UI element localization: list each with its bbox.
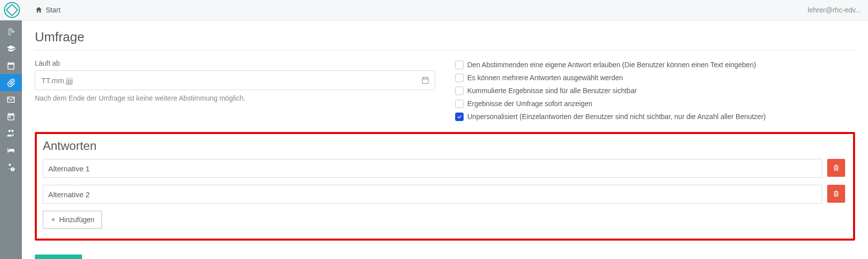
expires-input[interactable] [40, 76, 421, 85]
answer-input[interactable] [43, 185, 822, 204]
bed-icon [6, 146, 15, 155]
answer-row [43, 185, 845, 204]
option-show-results-immediately[interactable]: Ergebnisse der Umfrage sofort anzeigen [455, 99, 856, 108]
calendar-grid-icon [6, 112, 15, 121]
delete-answer-button[interactable] [827, 185, 845, 203]
topbar: Start lehrer@rhc-edv... [0, 0, 868, 20]
sidebar-item-bed[interactable] [0, 142, 22, 159]
option-allow-own-answer[interactable]: Den Abstimmenden eine eigene Antwort erl… [455, 60, 856, 69]
expires-label: Läuft ab [35, 59, 435, 67]
calendar-picker-icon[interactable] [421, 76, 430, 85]
form-actions: Speichern Zurück [35, 255, 855, 259]
sidebar-item-attachment[interactable] [0, 74, 22, 91]
envelope-icon [6, 95, 15, 104]
main-content: Umfrage Läuft ab Nach dem Ende der Umfra… [22, 20, 868, 259]
logout-icon [6, 27, 15, 36]
checkbox-icon[interactable] [455, 61, 464, 69]
divider [35, 50, 855, 50]
options-column: Den Abstimmenden eine eigene Antwort erl… [455, 59, 856, 125]
answers-title: Antworten [43, 139, 845, 153]
expires-input-wrap[interactable] [35, 70, 435, 90]
checkbox-icon[interactable] [455, 113, 464, 121]
option-label: Es können mehrere Antworten ausgewählt w… [468, 73, 623, 82]
sidebar [0, 20, 22, 259]
option-label: Den Abstimmenden eine eigene Antwort erl… [468, 60, 756, 69]
checkbox-icon[interactable] [455, 87, 464, 95]
option-label: Kummulierte Ergebnisse sind für alle Ben… [468, 86, 637, 95]
sidebar-item-schedule[interactable] [0, 108, 22, 125]
expires-hint: Nach dem Ende der Umfrage ist keine weit… [35, 94, 435, 102]
user-label[interactable]: lehrer@rhc-edv... [808, 6, 861, 14]
trash-icon [832, 190, 840, 198]
plus-icon [50, 217, 56, 223]
paperclip-icon [6, 78, 15, 87]
save-button[interactable]: Speichern [35, 255, 82, 259]
sidebar-item-help[interactable] [0, 159, 22, 176]
option-label: Unpersonalisiert (Einzelantworten der Be… [468, 112, 766, 121]
checkbox-icon[interactable] [455, 100, 464, 108]
option-unpersonalized[interactable]: Unpersonalisiert (Einzelantworten der Be… [455, 112, 856, 121]
calendar-icon [6, 61, 15, 70]
delete-answer-button[interactable] [827, 159, 845, 177]
sidebar-item-people[interactable] [0, 125, 22, 142]
breadcrumb-start[interactable]: Start [35, 6, 61, 14]
answer-input[interactable] [43, 159, 822, 178]
sidebar-item-calendar[interactable] [0, 57, 22, 74]
svg-rect-0 [422, 78, 428, 84]
people-arrows-icon [6, 129, 15, 138]
sidebar-item-education[interactable] [0, 40, 22, 57]
home-icon [35, 6, 43, 14]
trash-icon [832, 164, 840, 172]
sidebar-item-mail[interactable] [0, 91, 22, 108]
add-answer-button[interactable]: Hinzufügen [43, 211, 102, 229]
add-answer-label: Hinzufügen [59, 216, 95, 224]
graduation-cap-icon [6, 44, 15, 53]
breadcrumb-start-label: Start [46, 6, 61, 14]
answers-section: Antworten Hinzufügen [35, 132, 855, 241]
sidebar-item-logout[interactable] [0, 23, 22, 40]
checkbox-icon[interactable] [455, 74, 464, 82]
answer-row [43, 159, 845, 178]
option-cumulative-visible[interactable]: Kummulierte Ergebnisse sind für alle Ben… [455, 86, 856, 95]
app-logo [4, 2, 20, 18]
option-label: Ergebnisse der Umfrage sofort anzeigen [468, 99, 592, 108]
page-title: Umfrage [35, 29, 855, 45]
person-help-icon [6, 163, 15, 172]
option-multiple-answers[interactable]: Es können mehrere Antworten ausgewählt w… [455, 73, 856, 82]
